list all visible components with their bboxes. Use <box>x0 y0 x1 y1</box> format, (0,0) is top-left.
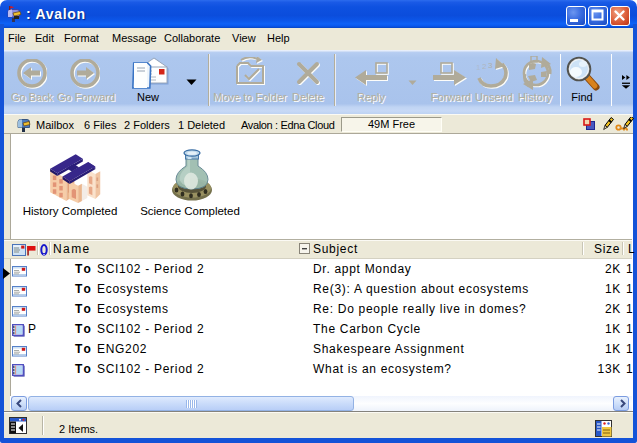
svg-text:1: 1 <box>476 63 481 72</box>
svg-text:2: 2 <box>482 62 487 71</box>
svg-text:3: 3 <box>488 61 493 70</box>
